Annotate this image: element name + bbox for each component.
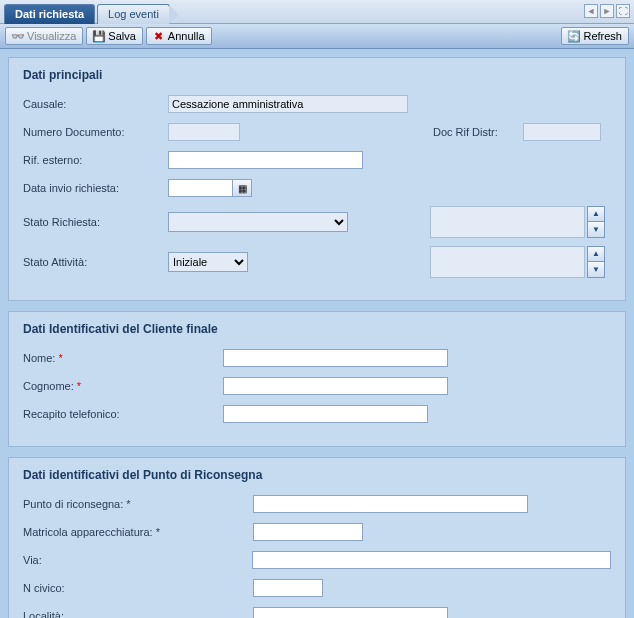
- salva-label: Salva: [108, 30, 136, 42]
- stato-richiesta-label: Stato Richiesta:: [23, 216, 168, 228]
- scroll-right-icon[interactable]: ►: [600, 4, 614, 18]
- maximize-icon[interactable]: ⛶: [616, 4, 630, 18]
- rif-esterno-label: Rif. esterno:: [23, 154, 168, 166]
- stato-attivita-label: Stato Attività:: [23, 256, 168, 268]
- salva-button[interactable]: 💾 Salva: [86, 27, 143, 45]
- stepper-up-1[interactable]: ▲: [587, 206, 605, 222]
- stepper-up-2[interactable]: ▲: [587, 246, 605, 262]
- localita-label: Località:: [23, 610, 253, 618]
- refresh-label: Refresh: [583, 30, 622, 42]
- refresh-icon: 🔄: [568, 30, 580, 42]
- aux-field-2[interactable]: [430, 246, 585, 278]
- recapito-label: Recapito telefonico:: [23, 408, 168, 420]
- tab-dati-richiesta[interactable]: Dati richiesta: [4, 4, 95, 24]
- visualizza-button[interactable]: 👓 Visualizza: [5, 27, 83, 45]
- visualizza-label: Visualizza: [27, 30, 76, 42]
- refresh-button[interactable]: 🔄 Refresh: [561, 27, 629, 45]
- stato-richiesta-select[interactable]: [168, 212, 348, 232]
- aux-field-1[interactable]: [430, 206, 585, 238]
- punto-riconsegna-input[interactable]: [253, 495, 528, 513]
- glasses-icon: 👓: [12, 30, 24, 42]
- ncivico-input[interactable]: [253, 579, 323, 597]
- stato-attivita-select[interactable]: Iniziale: [168, 252, 248, 272]
- cognome-label: Cognome: *: [23, 380, 168, 392]
- calendar-icon[interactable]: ▦: [232, 179, 252, 197]
- nome-input[interactable]: [223, 349, 448, 367]
- doc-rif-distr-label: Doc Rif Distr:: [433, 126, 523, 138]
- rif-esterno-input[interactable]: [168, 151, 363, 169]
- cancel-icon: ✖: [153, 30, 165, 42]
- section-dati-principali: Dati principali Causale: Numero Document…: [8, 57, 626, 301]
- tab-log-eventi[interactable]: Log eventi: [97, 4, 170, 24]
- numero-documento-label: Numero Documento:: [23, 126, 168, 138]
- section-title: Dati identificativi del Punto di Riconse…: [23, 468, 611, 482]
- causale-field: [168, 95, 408, 113]
- matricola-input[interactable]: [253, 523, 363, 541]
- section-cliente-finale: Dati Identificativi del Cliente finale N…: [8, 311, 626, 447]
- tab-bar: Dati richiesta Log eventi ◄ ► ⛶: [0, 0, 634, 24]
- stepper-down-2[interactable]: ▼: [587, 262, 605, 278]
- matricola-label: Matricola apparecchiatura: *: [23, 526, 253, 538]
- annulla-label: Annulla: [168, 30, 205, 42]
- via-label: Via:: [23, 554, 252, 566]
- annulla-button[interactable]: ✖ Annulla: [146, 27, 212, 45]
- cognome-input[interactable]: [223, 377, 448, 395]
- ncivico-label: N civico:: [23, 582, 253, 594]
- numero-documento-field: [168, 123, 240, 141]
- recapito-input[interactable]: [223, 405, 428, 423]
- section-title: Dati principali: [23, 68, 611, 82]
- data-invio-input[interactable]: [168, 179, 232, 197]
- scroll-left-icon[interactable]: ◄: [584, 4, 598, 18]
- localita-input[interactable]: [253, 607, 448, 618]
- doc-rif-distr-field: [523, 123, 601, 141]
- causale-label: Causale:: [23, 98, 168, 110]
- stepper-down-1[interactable]: ▼: [587, 222, 605, 238]
- nome-label: Nome: *: [23, 352, 168, 364]
- punto-riconsegna-label: Punto di riconsegna: *: [23, 498, 253, 510]
- via-input[interactable]: [252, 551, 611, 569]
- section-title: Dati Identificativi del Cliente finale: [23, 322, 611, 336]
- save-icon: 💾: [93, 30, 105, 42]
- section-punto-riconsegna: Dati identificativi del Punto di Riconse…: [8, 457, 626, 618]
- data-invio-label: Data invio richiesta:: [23, 182, 168, 194]
- toolbar: 👓 Visualizza 💾 Salva ✖ Annulla 🔄 Refresh: [0, 24, 634, 49]
- content-area: Dati principali Causale: Numero Document…: [0, 49, 634, 618]
